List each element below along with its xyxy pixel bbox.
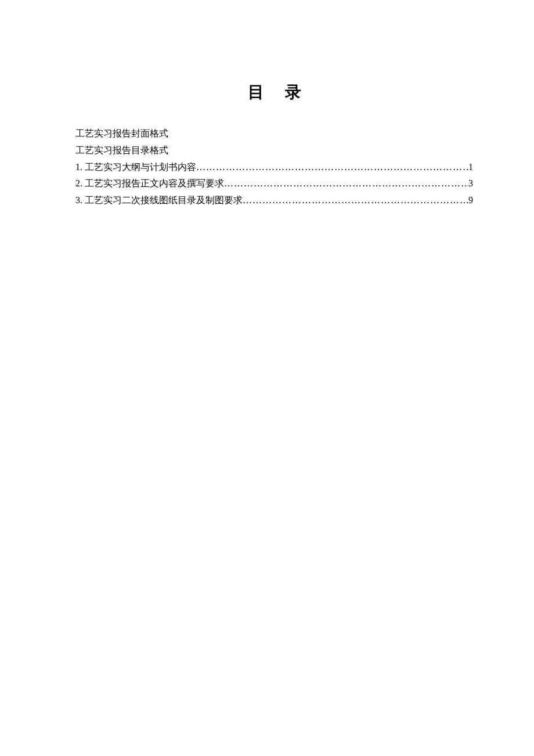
toc-numbered-line: 3. 工艺实习二次接线图纸目录及制图要求 9 — [75, 192, 473, 209]
toc-entry-page: 3 — [468, 175, 473, 192]
page-title: 目录 — [75, 81, 473, 103]
toc-entry-label: 3. 工艺实习二次接线图纸目录及制图要求 — [75, 192, 243, 209]
toc-simple-line: 工艺实习报告封面格式 — [75, 125, 473, 142]
toc-entry-page: 9 — [468, 192, 473, 209]
toc-leader-dots — [243, 192, 468, 209]
toc-leader-dots — [196, 159, 468, 176]
toc-entry-label: 2. 工艺实习报告正文内容及撰写要求 — [75, 175, 224, 192]
toc-container: 工艺实习报告封面格式 工艺实习报告目录格式 1. 工艺实习大纲与计划书内容 1 … — [75, 125, 473, 209]
toc-entry-label: 1. 工艺实习大纲与计划书内容 — [75, 159, 196, 176]
toc-simple-line: 工艺实习报告目录格式 — [75, 142, 473, 159]
toc-leader-dots — [224, 175, 468, 192]
toc-numbered-line: 1. 工艺实习大纲与计划书内容 1 — [75, 159, 473, 176]
toc-numbered-line: 2. 工艺实习报告正文内容及撰写要求 3 — [75, 175, 473, 192]
toc-entry-page: 1 — [468, 159, 473, 176]
